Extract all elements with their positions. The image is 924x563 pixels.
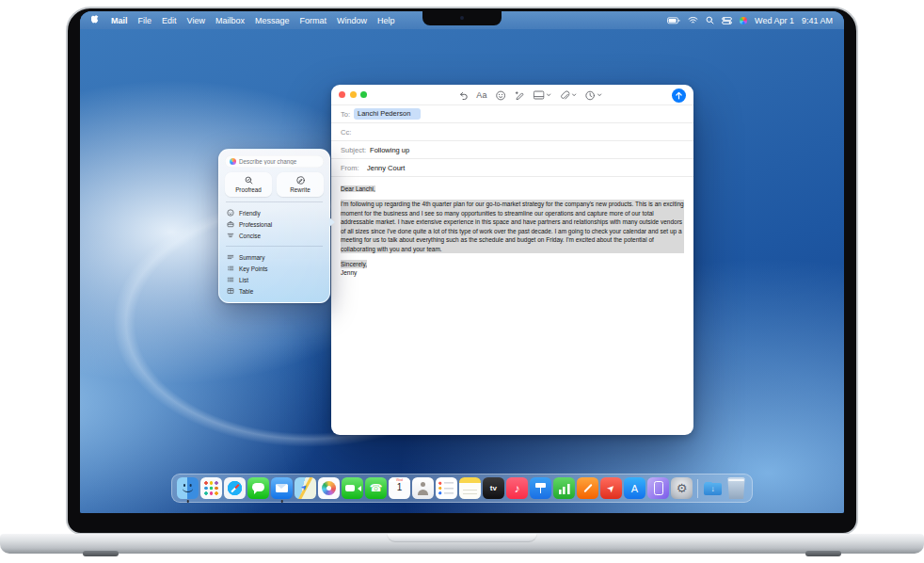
dock-icon-finder[interactable] (177, 477, 199, 499)
body-closing: Sincerely, (341, 260, 367, 268)
dock-icon-reminders[interactable] (436, 477, 457, 499)
dock-icon-system-settings[interactable] (671, 477, 693, 499)
key-points-icon (227, 265, 234, 272)
proofread-button[interactable]: Proofread (225, 172, 272, 197)
popover-arrow (329, 217, 335, 227)
send-later-icon[interactable] (585, 90, 602, 101)
message-body[interactable]: Dear Lanchi, I'm following up regarding … (331, 177, 693, 285)
body-signature: Jenny (341, 268, 684, 277)
send-button[interactable] (672, 88, 686, 103)
dock-icon-downloads[interactable] (702, 477, 724, 499)
dock-icon-numbers[interactable] (553, 477, 575, 499)
to-field[interactable]: To: Lanchi Pederson (331, 105, 693, 123)
dock-icon-photos[interactable] (318, 477, 340, 499)
subject-field[interactable]: Subject: Following up (331, 141, 693, 159)
menu-mail[interactable]: Mail (111, 16, 128, 25)
media-browser-icon[interactable] (534, 90, 551, 100)
dock-icon-phone[interactable] (365, 477, 387, 499)
lid-scoop (387, 534, 537, 542)
dock-icon-pages[interactable] (577, 477, 598, 499)
emoji-icon[interactable] (496, 90, 506, 101)
menu-edit[interactable]: Edit (162, 16, 177, 25)
menu-mailbox[interactable]: Mailbox (215, 16, 245, 25)
macbook-base (0, 534, 924, 554)
dock-icon-keynote[interactable] (530, 477, 551, 499)
menubar-date[interactable]: Wed Apr 1 (755, 16, 794, 25)
spotlight-search-icon[interactable] (706, 16, 714, 24)
writing-tools-icon[interactable] (515, 90, 525, 101)
rewrite-pencil-icon (296, 176, 305, 185)
control-center-icon[interactable] (722, 17, 732, 24)
menu-view[interactable]: View (187, 16, 205, 25)
dock-icon-notes[interactable] (459, 477, 481, 499)
apple-menu-icon[interactable] (91, 14, 101, 26)
compose-titlebar: Aa (331, 85, 693, 105)
menu-window[interactable]: Window (337, 16, 367, 25)
subject-label: Subject: (341, 146, 366, 154)
describe-change-input[interactable] (239, 158, 319, 165)
battery-icon[interactable] (667, 17, 680, 24)
menu-item-summary[interactable]: Summary (225, 251, 324, 263)
menu-message[interactable]: Message (255, 16, 290, 25)
rewrite-label: Rewrite (290, 186, 310, 193)
from-label: From: (341, 164, 363, 172)
zoom-button[interactable] (360, 91, 367, 98)
cc-field[interactable]: Cc: (331, 123, 693, 141)
format-icon[interactable]: Aa (476, 90, 487, 100)
compose-window: Aa (331, 85, 693, 435)
dock-icon-maps[interactable] (295, 477, 316, 499)
list-label: List (239, 277, 248, 283)
from-field[interactable]: From: Jenny Court (331, 159, 693, 177)
concise-lines-icon (227, 232, 234, 239)
body-paragraph: I'm following up regarding the 4th quart… (341, 200, 684, 253)
dock-icon-tv[interactable]: tv (483, 477, 504, 499)
menu-item-concise[interactable]: Concise (225, 230, 324, 241)
calendar-weekday: Wed (389, 478, 410, 482)
dock-icon-launchpad[interactable] (200, 477, 222, 499)
dock-icon-app-store[interactable] (624, 477, 645, 499)
screen: Mail File Edit View Mailbox Message Form… (80, 11, 844, 513)
recipient-token[interactable]: Lanchi Pederson (354, 108, 421, 120)
menubar-time[interactable]: 9:41 AM (802, 16, 833, 25)
divider (226, 201, 323, 202)
divider (226, 246, 323, 247)
menu-item-list[interactable]: List (225, 274, 324, 285)
rewrite-button[interactable]: Rewrite (277, 172, 324, 197)
rubber-foot (83, 551, 119, 556)
wifi-icon[interactable] (688, 16, 698, 24)
dock-icon-iphone-mirroring[interactable] (647, 477, 669, 499)
dock-icon-safari[interactable] (224, 477, 246, 499)
undo-icon[interactable] (457, 90, 468, 101)
proofread-label: Proofread (235, 186, 262, 193)
dock-icon-mail[interactable] (271, 477, 293, 499)
body-greeting: Dear Lanchi, (341, 185, 375, 192)
dock-icon-facetime[interactable] (342, 477, 363, 499)
apple-intelligence-icon (230, 158, 236, 165)
from-value: Jenny Court (367, 164, 405, 172)
dock-icon-rocket[interactable] (600, 477, 622, 499)
cc-label: Cc: (341, 128, 351, 137)
menu-format[interactable]: Format (299, 16, 327, 25)
dock-icon-calendar[interactable]: Wed 1 (389, 477, 410, 499)
dock-icon-contacts[interactable] (412, 477, 434, 499)
menu-item-professional[interactable]: Professional (225, 218, 324, 230)
menu-help[interactable]: Help (377, 16, 395, 25)
siri-icon[interactable] (740, 17, 747, 24)
menu-file[interactable]: File (138, 16, 152, 25)
subject-value: Following up (370, 146, 409, 154)
describe-change-field[interactable] (225, 155, 324, 168)
attach-icon[interactable] (560, 90, 577, 101)
dock-icon-music[interactable] (506, 477, 528, 499)
menu-item-table[interactable]: Table (225, 285, 324, 297)
menu-item-friendly[interactable]: Friendly (225, 207, 324, 218)
minimize-button[interactable] (350, 91, 357, 98)
menu-item-key-points[interactable]: Key Points (225, 263, 324, 274)
summary-lines-icon (227, 253, 234, 261)
close-button[interactable] (339, 91, 345, 98)
list-icon (227, 276, 234, 283)
calendar-day: 1 (389, 482, 410, 492)
dock-icon-trash[interactable] (725, 477, 747, 499)
to-label: To: (341, 110, 350, 119)
display-notch (422, 11, 502, 25)
dock-icon-messages[interactable] (247, 477, 269, 499)
